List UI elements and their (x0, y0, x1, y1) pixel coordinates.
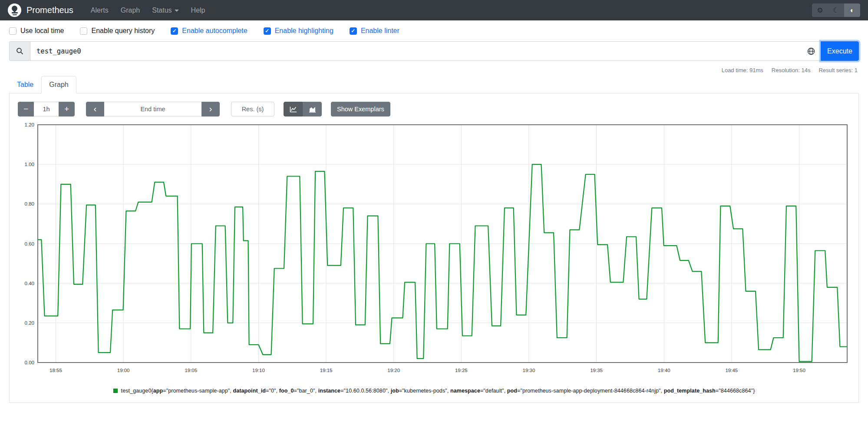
check-icon: ✓ (265, 28, 269, 33)
checkbox-enable-autocomplete[interactable]: ✓ Enable autocomplete (171, 27, 247, 35)
svg-text:18:55: 18:55 (50, 368, 62, 373)
nav-item-alerts[interactable]: Alerts (85, 3, 115, 18)
legend-text[interactable]: test_gauge0{app="prometheus-sample-app",… (121, 388, 755, 394)
svg-text:19:15: 19:15 (320, 368, 333, 373)
settings-button[interactable]: ⚙ (812, 3, 828, 17)
svg-text:1.20: 1.20 (25, 122, 34, 127)
legend-swatch (113, 389, 118, 393)
checkbox-box: ✓ (264, 27, 271, 35)
endtime-prev-button[interactable]: ‹ (86, 102, 104, 116)
nav-item-graph[interactable]: Graph (115, 3, 146, 18)
theme-button-group: ⚙ ☾ ◐ (812, 3, 860, 17)
stat-resolution: Resolution: 14s (772, 67, 811, 73)
search-icon (16, 47, 23, 55)
tab-table[interactable]: Table (9, 76, 41, 93)
prometheus-logo[interactable] (8, 3, 21, 17)
chart: 0.000.200.400.600.801.001.2018:5519:0019… (15, 122, 853, 381)
checkbox-use-local-time[interactable]: ✓ Use local time (9, 27, 64, 35)
svg-text:0.80: 0.80 (25, 201, 34, 206)
svg-text:19:50: 19:50 (793, 368, 805, 373)
moon-icon: ☾ (833, 6, 839, 14)
svg-text:1.00: 1.00 (25, 162, 34, 167)
range-decrease-button[interactable]: − (18, 102, 34, 116)
checkbox-box: ✓ (171, 27, 178, 35)
chevron-down-icon (175, 10, 179, 12)
stacked-chart-icon (309, 106, 316, 113)
svg-text:19:35: 19:35 (590, 368, 603, 373)
checkbox-label: Enable query history (91, 27, 155, 35)
svg-text:0.40: 0.40 (25, 281, 34, 286)
svg-text:19:45: 19:45 (725, 368, 738, 373)
graph-panel: − + ‹ › Show Exemplars (9, 93, 859, 403)
svg-text:19:20: 19:20 (387, 368, 400, 373)
line-chart-icon (290, 106, 297, 113)
metrics-explorer-button[interactable] (802, 42, 821, 60)
stats-row: Load time: 91ms Resolution: 14s Result s… (10, 67, 858, 73)
query-input-group (9, 41, 821, 61)
end-time-input[interactable] (104, 102, 201, 116)
torch-base2-icon (13, 14, 17, 16)
range-control-group: − + (18, 102, 75, 116)
svg-text:0.20: 0.20 (25, 320, 34, 326)
svg-text:19:10: 19:10 (252, 368, 265, 373)
dark-theme-button[interactable]: ☾ (828, 3, 844, 17)
tab-graph[interactable]: Graph (41, 76, 76, 93)
range-increase-button[interactable]: + (59, 102, 75, 116)
search-addon (10, 42, 30, 60)
torch-base-icon (12, 12, 18, 13)
auto-theme-button[interactable]: ◐ (844, 3, 860, 17)
check-icon: ✓ (172, 28, 177, 33)
legend: test_gauge0{app="prometheus-sample-app",… (15, 388, 853, 394)
execute-button[interactable]: Execute (821, 41, 859, 61)
checkbox-enable-highlighting[interactable]: ✓ Enable highlighting (264, 27, 333, 35)
query-bar: Execute (9, 41, 859, 61)
checkbox-box: ✓ (80, 27, 87, 35)
resolution-input[interactable] (231, 102, 274, 116)
checkbox-enable-linter[interactable]: ✓ Enable linter (350, 27, 399, 35)
minus-icon: − (23, 104, 28, 114)
line-chart-toggle[interactable] (284, 102, 303, 116)
navbar: Prometheus Alerts Graph Status Help ⚙ ☾ … (0, 0, 868, 20)
svg-text:19:25: 19:25 (455, 368, 468, 373)
nav-item-help[interactable]: Help (185, 3, 211, 18)
range-input[interactable] (34, 102, 59, 116)
stat-load-time: Load time: 91ms (722, 67, 763, 73)
plus-icon: + (64, 104, 69, 114)
endtime-next-button[interactable]: › (201, 102, 220, 116)
checkbox-label: Enable linter (361, 27, 399, 35)
svg-text:19:05: 19:05 (185, 368, 197, 373)
svg-text:0.00: 0.00 (25, 360, 34, 365)
show-exemplars-button[interactable]: Show Exemplars (331, 102, 390, 116)
svg-text:0.60: 0.60 (25, 241, 34, 246)
checkbox-enable-query-history[interactable]: ✓ Enable query history (80, 27, 155, 35)
gear-icon: ⚙ (817, 6, 823, 14)
chart-type-toggle-group (284, 102, 322, 116)
checkbox-label: Use local time (20, 27, 64, 35)
svg-text:19:00: 19:00 (117, 368, 130, 373)
stat-result-series: Result series: 1 (818, 67, 858, 73)
checkbox-label: Enable autocomplete (182, 27, 247, 35)
graph-controls: − + ‹ › Show Exemplars (18, 102, 853, 116)
nav-item-status-label: Status (152, 7, 172, 14)
svg-text:19:30: 19:30 (523, 368, 535, 373)
endtime-control-group: ‹ › (86, 102, 220, 116)
chevron-right-icon: › (209, 103, 212, 114)
query-input[interactable] (30, 42, 802, 60)
chart-svg[interactable]: 0.000.200.400.600.801.001.2018:5519:0019… (15, 122, 855, 379)
contrast-icon: ◐ (850, 7, 855, 14)
nav-item-status[interactable]: Status (146, 3, 185, 18)
stacked-chart-toggle[interactable] (303, 102, 322, 116)
torch-flame-icon (10, 4, 18, 12)
checkbox-box: ✓ (350, 27, 357, 35)
check-icon: ✓ (351, 28, 355, 33)
checkbox-label: Enable highlighting (275, 27, 333, 35)
svg-text:19:40: 19:40 (658, 368, 670, 373)
options-row: ✓ Use local time ✓ Enable query history … (0, 20, 868, 40)
checkbox-box: ✓ (9, 27, 17, 35)
tab-bar: Table Graph (9, 76, 859, 93)
brand-title[interactable]: Prometheus (26, 5, 73, 15)
globe-icon (807, 47, 815, 55)
chevron-left-icon: ‹ (94, 103, 97, 114)
